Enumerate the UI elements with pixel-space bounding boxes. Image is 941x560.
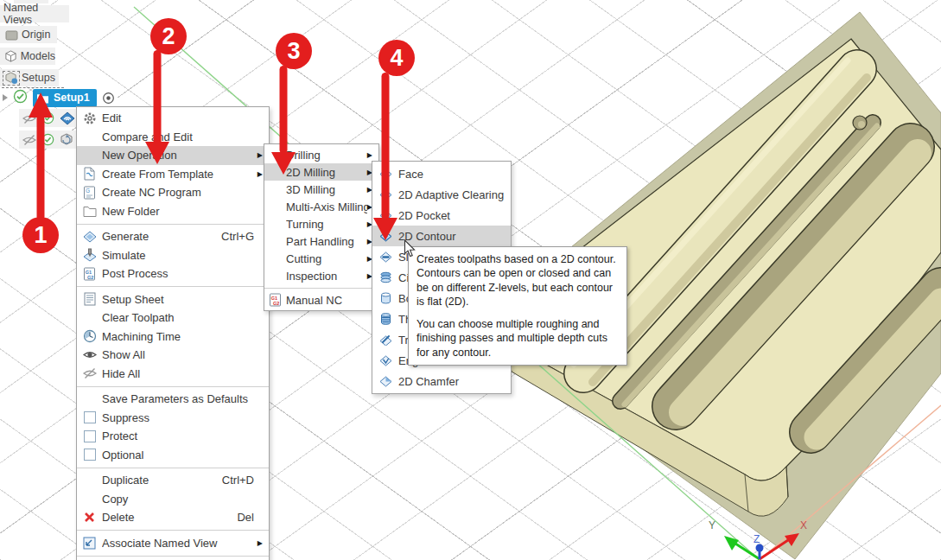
browser-item-named-views[interactable]: Named Views [0,5,69,22]
suppress-checkbox[interactable] [84,411,96,423]
menu-item-protect[interactable]: Protect [77,427,269,446]
menu-separator [77,386,269,387]
svg-text:G2: G2 [87,274,93,279]
step-badge-4: 4 [378,40,415,76]
menu-item-new-operation[interactable]: New Operation ▶ [77,146,269,165]
engrave-icon [378,353,393,367]
menu-item-copy[interactable]: Copy [77,490,269,509]
menu-item-duplicate[interactable]: Duplicate Ctrl+D [77,471,269,490]
models-label: Models [21,50,55,62]
operation-ok-check-icon [41,111,54,124]
menu-item-edit[interactable]: Edit [77,109,269,128]
menu-separator [77,468,269,468]
chamfer-icon [378,374,393,388]
setup1-selected-row[interactable]: Setup1 [33,89,97,107]
simulate-icon [82,248,97,262]
menu-item-show-all[interactable]: Show All [77,346,269,365]
submenu-item-part-handling[interactable]: Part Handling ▶ [264,232,378,250]
circular-icon [378,270,393,284]
menu-item-machining-time[interactable]: Machining Time [77,328,269,347]
svg-text:G2: G2 [273,301,279,306]
clock-icon [82,329,97,343]
submenu-arrow-icon: ▶ [258,539,264,547]
submenu-item-2d-contour[interactable]: 2D Contour [372,226,511,246]
step-badge-1: 1 [22,217,59,253]
mouse-cursor-icon [404,239,416,258]
menu-item-save-parameters-as-defaults[interactable]: Save Parameters as Defaults [77,390,269,409]
setup1-status-check-icon [13,89,28,107]
menu-separator [77,224,269,225]
activate-setup-radio[interactable] [99,89,118,106]
submenu-arrow-icon: ▶ [367,151,374,159]
svg-text:G: G [86,188,90,194]
visibility-off-icon[interactable] [22,112,36,124]
submenu-item-multi-axis-milling[interactable]: Multi-Axis Milling ▶ [264,198,378,215]
protect-checkbox[interactable] [84,430,96,442]
trace-icon [378,333,393,347]
optional-checkbox[interactable] [84,449,96,461]
menu-item-post-process[interactable]: G1G2 Post Process [77,264,269,283]
menu-item-new-folder[interactable]: New Folder [77,202,269,221]
submenu-item-inspection[interactable]: Inspection ▶ [264,267,378,284]
submenu-item-2d-adaptive-clearing[interactable]: 2D Adaptive Clearing [372,184,511,205]
gear-icon [82,111,97,125]
new-operation-submenu: Drilling ▶ 2D Milling ▶ 3D Milling ▶ Mul… [264,143,379,311]
sheet-icon [82,292,97,306]
submenu-item-drilling[interactable]: Drilling ▶ [264,146,378,163]
generate-icon [82,230,97,244]
step-badge-3: 3 [276,33,312,69]
menu-item-simulate[interactable]: Simulate [77,246,269,265]
submenu-item-turning[interactable]: Turning ▶ [264,215,378,232]
named-views-label: Named Views [3,2,69,26]
setup1-label: Setup1 [54,92,90,104]
submenu-item-2d-milling[interactable]: 2D Milling ▶ [264,163,378,181]
z-axis-label: Z [753,533,760,545]
browser-item-setups[interactable]: Setups [0,69,59,86]
y-axis-label: Y [709,519,715,531]
shortcut-label: Ctrl+D [222,474,254,487]
submenu-item-cutting[interactable]: Cutting ▶ [264,250,378,267]
nc-program-icon: G [82,186,97,200]
browser-item-origin[interactable]: Origin [0,26,57,43]
face-icon [378,167,393,181]
radio-target-icon [102,92,115,105]
menu-item-compare-and-edit[interactable]: Compare and Edit [77,128,269,147]
browser-item-setup1[interactable]: Setup1 [0,88,118,107]
menu-item-delete[interactable]: Delete Del [77,508,269,527]
submenu-item-2d-chamfer[interactable]: 2D Chamfer [372,371,511,391]
submenu-item-manual-nc[interactable]: G1G2 Manual NC [264,291,378,309]
menu-item-create-nc-program[interactable]: G Create NC Program [77,183,269,202]
2d-contour-tooltip: Creates toolpaths based on a 2D contour.… [408,246,627,366]
setups-icon [3,72,19,85]
submenu-item-2d-pocket[interactable]: 2D Pocket [372,205,511,226]
menu-item-generate[interactable]: Generate Ctrl+G [77,227,269,246]
visibility-off-icon[interactable] [22,134,36,146]
eye-icon [82,348,97,362]
bore-icon [378,291,393,305]
origin-icon [3,29,19,41]
part-hole [853,116,867,130]
menu-item-setup-sheet[interactable]: Setup Sheet [77,290,269,309]
menu-item-suppress[interactable]: Suppress [77,409,269,428]
menu-item-associate-named-view[interactable]: Associate Named View ▶ [77,534,269,553]
delete-x-icon [82,511,97,525]
menu-item-create-from-template[interactable]: Create From Template ▶ [77,165,269,184]
shortcut-label: Ctrl+G [221,230,254,243]
browser-item-models[interactable]: Models [0,48,55,65]
named-view-icon [82,536,97,550]
expand-caret-icon[interactable] [3,94,8,101]
template-document-icon [82,167,97,181]
setup-context-menu: Edit Compare and Edit New Operation ▶ Cr… [76,106,270,560]
menu-item-hide-all[interactable]: Hide All [77,365,269,384]
step-badge-2: 2 [150,18,187,54]
pocket-icon [378,208,393,222]
menu-item-optional[interactable]: Optional [77,446,269,465]
submenu-item-3d-milling[interactable]: 3D Milling ▶ [264,181,378,198]
x-axis-label: X [800,519,807,531]
origin-label: Origin [22,29,50,41]
menu-separator [77,530,269,531]
operation-ok-check-icon [41,133,54,146]
menu-item-clear-toolpath[interactable]: Clear Toolpath [77,309,269,328]
submenu-item-face[interactable]: Face [372,163,511,184]
setup-folder-icon [36,92,49,104]
